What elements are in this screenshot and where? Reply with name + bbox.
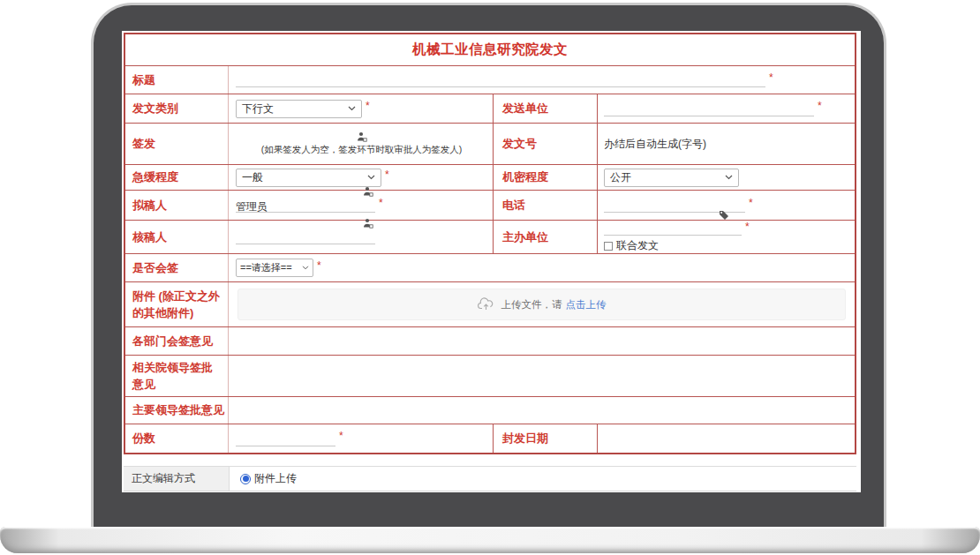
drafter-value: 管理员 [236,200,268,213]
field-label-main-leader-opinion: 主要领导签批意见 [132,402,224,418]
doc-type-value: 下行文 [242,101,274,116]
secrecy-value: 公开 [610,170,631,185]
screen: 机械工业信息研究院发文 标题 * 发文类别 下行文 * 发送单位 * [122,31,861,492]
field-label-reviewer: 核稿人 [132,229,167,245]
person-picker-icon[interactable] [357,131,367,142]
cloud-upload-icon [478,297,494,312]
urgency-select[interactable]: 一般 [236,169,381,187]
field-label-body-edit: 正文编辑方式 [124,467,230,491]
chevron-down-icon [367,175,375,180]
attachment-upload-radio-label: 附件上传 [254,471,297,486]
host-unit-input[interactable] [604,221,742,236]
chevron-down-icon [725,175,733,180]
required-mark: * [366,100,370,112]
field-label-issue: 签发 [132,136,155,152]
field-label-related-leader-opinion: 相关院领导签批意见 [132,359,222,394]
field-label-doc-no: 发文号 [502,136,537,152]
field-label-dept-opinion: 各部门会签意见 [132,334,213,349]
send-unit-input[interactable] [604,101,814,116]
field-label-doc-type: 发文类别 [132,101,178,116]
seal-date-area[interactable] [598,424,855,453]
chevron-down-icon [348,106,356,111]
related-leader-opinion-area [229,356,855,396]
countersign-select[interactable]: ==请选择== [236,259,313,277]
dept-opinion-area [229,327,855,355]
countersign-value: ==请选择== [240,261,292,274]
field-label-seal-date: 封发日期 [502,431,548,446]
tag-icon[interactable] [719,210,729,221]
copies-input[interactable] [236,431,335,446]
title-input[interactable] [236,72,765,87]
required-mark: * [339,430,343,442]
field-label-urgency: 急缓程度 [132,169,178,185]
joint-dispatch-checkbox[interactable] [604,242,613,251]
joint-dispatch-label: 联合发文 [616,238,659,253]
doc-type-select[interactable]: 下行文 [236,100,362,118]
person-picker-icon[interactable] [363,186,373,197]
required-mark: * [818,100,822,112]
field-label-title: 标题 [132,72,155,88]
reviewer-input[interactable] [236,229,375,244]
doc-no-value: 办结后自动生成(字号) [604,137,706,152]
attachment-upload-radio[interactable] [240,474,251,484]
field-label-copies: 份数 [132,431,155,446]
urgency-value: 一般 [242,170,263,185]
required-mark: * [745,221,750,233]
main-leader-opinion-area [229,397,855,424]
field-label-phone: 电话 [502,198,525,214]
dispatch-form: 机械工业信息研究院发文 标题 * 发文类别 下行文 * 发送单位 * [124,33,856,454]
field-label-send-unit: 发送单位 [502,101,548,116]
secrecy-select[interactable]: 公开 [604,169,739,187]
required-mark: * [317,259,321,272]
upload-link[interactable]: 点击上传 [566,298,607,311]
field-label-secrecy: 机密程度 [502,169,548,185]
field-label-attachment: 附件 (除正文之外的其他附件) [132,288,222,322]
required-mark: * [379,197,383,209]
body-edit-mode-row: 正文编辑方式 附件上传 [124,466,856,491]
required-mark: * [385,169,389,181]
required-mark: * [749,197,753,209]
upload-dropzone[interactable]: 上传文件，请 点击上传 [237,289,846,320]
field-label-drafter: 拟稿人 [132,198,167,214]
form-title-row: 机械工业信息研究院发文 [125,34,855,65]
issue-note: (如果签发人为空，签发环节时取审批人为签发人) [261,144,463,156]
field-label-host-unit: 主办单位 [502,229,548,245]
field-label-countersign: 是否会签 [132,260,178,276]
page-title: 机械工业信息研究院发文 [412,41,568,59]
person-picker-icon[interactable] [363,218,373,229]
required-mark: * [769,71,773,84]
upload-hint: 上传文件，请 [501,298,562,311]
laptop-base [0,527,980,553]
chevron-down-icon [302,266,309,270]
drafter-input[interactable]: 管理员 [236,198,375,213]
